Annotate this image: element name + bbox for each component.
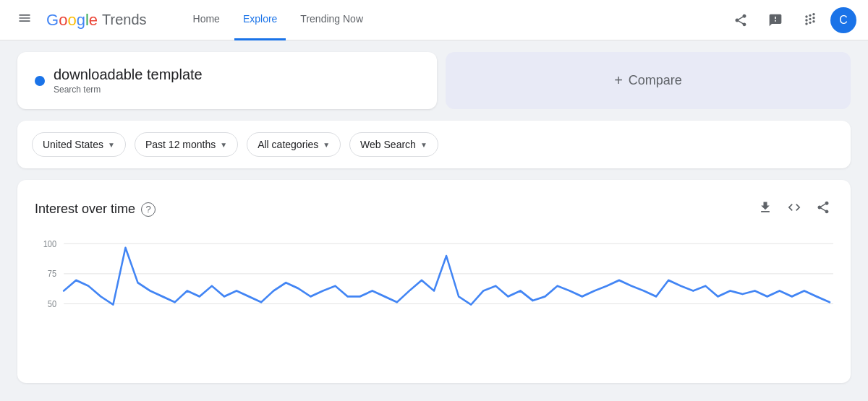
svg-text:50: 50: [48, 298, 57, 309]
search-term-info: downloadable template Search term: [54, 66, 203, 95]
chevron-down-icon: ▼: [323, 141, 330, 149]
interest-section: Interest over time ?: [17, 180, 851, 383]
chevron-down-icon: ▼: [420, 141, 427, 149]
header-right: C: [726, 6, 856, 35]
compare-label: Compare: [629, 73, 682, 88]
search-section: downloadable template Search term + Comp…: [17, 52, 851, 109]
filter-section: United States ▼ Past 12 months ▼ All cat…: [17, 121, 851, 168]
compare-plus-icon: +: [614, 72, 623, 89]
svg-text:75: 75: [48, 269, 57, 279]
filter-type[interactable]: Web Search ▼: [349, 132, 438, 157]
interest-title-area: Interest over time ?: [35, 202, 156, 217]
interest-header: Interest over time ?: [35, 197, 833, 221]
avatar[interactable]: C: [830, 7, 856, 33]
chevron-down-icon: ▼: [220, 141, 227, 149]
main-nav: Home Explore Trending Now: [184, 0, 372, 40]
interest-title: Interest over time: [35, 202, 135, 217]
filter-time-label: Past 12 months: [145, 139, 216, 150]
share-icon[interactable]: [726, 6, 755, 35]
header: Google Trends Home Explore Trending Now …: [0, 0, 868, 40]
search-term-text: downloadable template: [54, 66, 203, 83]
search-dot: [35, 76, 45, 86]
search-box[interactable]: downloadable template Search term: [17, 52, 437, 109]
filter-region[interactable]: United States ▼: [32, 132, 126, 157]
chevron-down-icon: ▼: [108, 141, 115, 149]
search-term-label: Search term: [54, 85, 203, 95]
help-icon[interactable]: ?: [141, 202, 156, 217]
nav-explore[interactable]: Explore: [234, 0, 286, 40]
google-trends-logo[interactable]: Google Trends: [46, 11, 147, 30]
nav-home[interactable]: Home: [184, 0, 229, 40]
share-chart-icon[interactable]: [813, 197, 833, 221]
apps-icon[interactable]: [796, 6, 825, 35]
filter-category-label: All categories: [258, 139, 318, 150]
menu-icon[interactable]: [12, 5, 38, 35]
main-content: downloadable template Search term + Comp…: [0, 40, 868, 394]
interest-actions: [755, 197, 833, 221]
interest-chart: 100 75 50: [35, 236, 833, 366]
header-left: Google Trends Home Explore Trending Now: [12, 0, 372, 40]
embed-icon[interactable]: [784, 197, 804, 221]
filter-category[interactable]: All categories ▼: [247, 132, 341, 157]
download-icon[interactable]: [755, 197, 775, 221]
trends-wordmark: Trends: [102, 12, 147, 28]
compare-box[interactable]: + Compare: [446, 52, 851, 109]
nav-trending-now[interactable]: Trending Now: [292, 0, 372, 40]
filter-region-label: United States: [43, 139, 103, 150]
chart-container: 100 75 50: [35, 236, 833, 366]
feedback-icon[interactable]: [761, 6, 790, 35]
filter-time[interactable]: Past 12 months ▼: [135, 132, 238, 157]
svg-text:100: 100: [43, 238, 57, 249]
filter-type-label: Web Search: [360, 139, 416, 150]
